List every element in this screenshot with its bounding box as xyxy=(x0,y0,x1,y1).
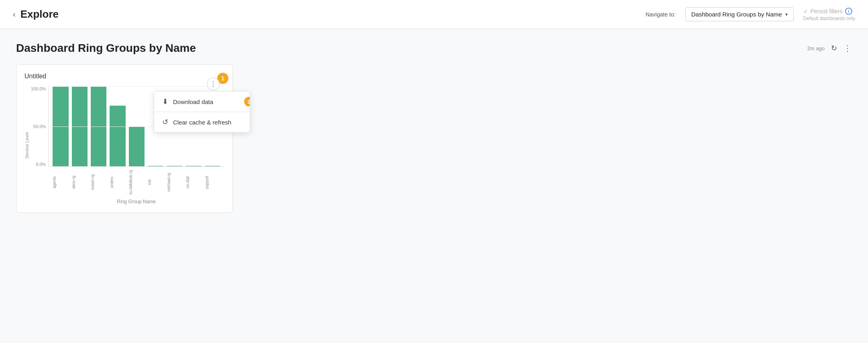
bar-no-dial xyxy=(185,166,201,166)
refresh-cache-icon: ↺ xyxy=(162,118,168,127)
bar-su-talkdesk-rg xyxy=(129,127,145,167)
grid-line-100 xyxy=(49,86,224,87)
y-tick-50: 50.0% xyxy=(33,124,46,129)
dashboard-title: Dashboard Ring Groups by Name xyxy=(16,42,196,55)
y-tick-0: 0.0% xyxy=(36,162,46,167)
bar-michael-rg xyxy=(167,166,182,166)
clear-cache-menu-item[interactable]: ↺ Clear cache & refresh xyxy=(154,112,250,132)
three-dot-icon: ⋮ xyxy=(210,80,216,88)
last-updated: 2m ago xyxy=(807,45,825,51)
x-label-md: md xyxy=(147,168,163,196)
clear-cache-label: Clear cache & refresh xyxy=(173,119,231,126)
header-right: Navigate to: Dashboard Ring Groups by Na… xyxy=(646,7,855,21)
download-data-label: Download data xyxy=(173,98,213,105)
y-axis-label: Service Level xyxy=(24,132,29,159)
chart-dropdown-menu: ⬇ Download data 2 ↺ Clear cache & refres… xyxy=(154,91,250,133)
x-label-orders: orders xyxy=(110,168,125,196)
download-icon: ⬇ xyxy=(162,97,168,106)
header: ‹ Explore Navigate to: Dashboard Ring Gr… xyxy=(0,0,868,29)
chart-card: Untitled ⋮ 1 ⬇ Download data 2 ↺ Clear c… xyxy=(16,64,233,213)
x-label-michael-rg: michael-rg xyxy=(167,168,182,196)
bar-md xyxy=(148,166,163,166)
back-button[interactable]: ‹ xyxy=(13,10,16,19)
badge-2: 2 xyxy=(244,97,250,106)
navigate-label: Navigate to: xyxy=(646,11,676,18)
chart-title: Untitled xyxy=(24,73,224,80)
info-icon[interactable]: i xyxy=(845,8,852,15)
dashboard-actions: 2m ago ↻ ⋮ xyxy=(807,43,852,53)
persist-filters-section: ✓ Persist filters i Default dashboards o… xyxy=(803,8,855,21)
chart-options-button[interactable]: ⋮ xyxy=(207,78,220,90)
y-axis-values: 100.0% 50.0% 0.0% xyxy=(31,86,48,167)
x-label-su-talkdesk-rg: su.talkdesk.rg xyxy=(128,168,144,196)
download-data-menu-item[interactable]: ⬇ Download data 2 xyxy=(154,92,250,112)
refresh-icon[interactable]: ↻ xyxy=(831,44,837,53)
dashboard-header: Dashboard Ring Groups by Name 2m ago ↻ ⋮ xyxy=(16,42,852,55)
page-title: Explore xyxy=(20,8,59,20)
header-left: ‹ Explore xyxy=(13,8,59,20)
bar-support xyxy=(205,166,220,166)
x-axis-labels: agents alice-rg susan-rg orders su.talkd… xyxy=(48,168,224,196)
main-content: Dashboard Ring Groups by Name 2m ago ↻ ⋮… xyxy=(0,29,868,226)
x-label-no-dial: no-dial xyxy=(185,168,201,196)
x-label-support: support xyxy=(205,168,220,196)
persist-filters-row: ✓ Persist filters i xyxy=(803,8,852,15)
x-label-alice-rg: alice-rg xyxy=(71,168,87,196)
check-icon: ✓ xyxy=(803,8,808,14)
navigate-dropdown[interactable]: Dashboard Ring Groups by Name ▾ xyxy=(685,7,794,21)
persist-filters-label: Persist filters xyxy=(811,8,843,14)
more-options-icon[interactable]: ⋮ xyxy=(844,43,852,53)
y-axis-label-col: Service Level xyxy=(24,86,31,204)
persist-filters-sublabel: Default dashboards only xyxy=(803,16,855,21)
x-label-agents: agents xyxy=(52,168,68,196)
x-label-susan-rg: susan-rg xyxy=(90,168,106,196)
chevron-down-icon: ▾ xyxy=(785,12,788,17)
x-axis-title: Ring Group Name xyxy=(48,199,224,204)
navigate-dropdown-value: Dashboard Ring Groups by Name xyxy=(691,11,782,18)
y-tick-100: 100.0% xyxy=(31,86,46,91)
bar-orders xyxy=(110,106,125,166)
